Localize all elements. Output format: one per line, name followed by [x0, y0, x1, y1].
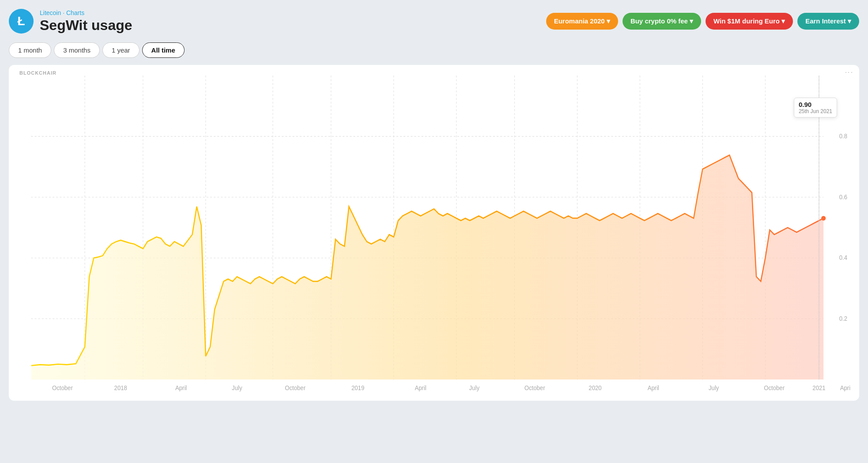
chart-area: October 2018 April July October 2019 Apr… [18, 76, 850, 394]
svg-text:2018: 2018 [114, 384, 127, 391]
svg-text:April: April [415, 384, 426, 391]
svg-text:October: October [52, 384, 73, 391]
filter-1year[interactable]: 1 year [102, 42, 140, 58]
svg-text:April: April [175, 384, 187, 391]
svg-text:October: October [285, 384, 306, 391]
chart-watermark: BLOCKCHAIR [19, 70, 57, 76]
filter-1month[interactable]: 1 month [9, 42, 51, 58]
chart-container: BLOCKCHAIR ⋮ [9, 65, 859, 401]
svg-text:0.6: 0.6 [839, 194, 847, 200]
coin-logo: Ł [9, 9, 34, 34]
svg-text:April: April [840, 384, 850, 391]
page-title: SegWit usage [40, 17, 132, 34]
filter-alltime[interactable]: All time [142, 42, 185, 58]
svg-text:2019: 2019 [351, 384, 364, 391]
win-1m-button[interactable]: Win $1M during Euro ▾ [706, 13, 793, 30]
tooltip-date: 25th Jun 2021 [799, 108, 832, 114]
filter-3months[interactable]: 3 months [54, 42, 100, 58]
breadcrumb-coin: Litecoin [40, 9, 61, 16]
svg-marker-18 [31, 155, 823, 380]
title-area: Litecoin · Charts SegWit usage [40, 9, 132, 34]
svg-text:0.2: 0.2 [839, 315, 847, 322]
chart-svg: October 2018 April July October 2019 Apr… [18, 76, 850, 394]
page-header: Ł Litecoin · Charts SegWit usage Euroman… [9, 9, 859, 34]
svg-text:April: April [648, 384, 659, 391]
nav-buttons: Euromania 2020 ▾ Buy crypto 0% fee ▾ Win… [546, 13, 859, 30]
buy-crypto-button[interactable]: Buy crypto 0% fee ▾ [623, 13, 701, 30]
earn-interest-button[interactable]: Earn Interest ▾ [797, 13, 859, 30]
svg-point-20 [821, 216, 826, 221]
svg-text:2021: 2021 [812, 384, 825, 391]
breadcrumb: Litecoin · Charts [40, 9, 132, 16]
svg-text:2020: 2020 [589, 384, 601, 391]
euromania-button[interactable]: Euromania 2020 ▾ [546, 13, 618, 30]
chart-tooltip: 0.90 25th Jun 2021 [794, 98, 837, 118]
time-filters: 1 month 3 months 1 year All time [9, 42, 859, 58]
svg-text:0.8: 0.8 [839, 133, 847, 140]
svg-text:October: October [764, 384, 785, 391]
svg-text:July: July [709, 384, 719, 391]
svg-text:July: July [469, 384, 480, 391]
breadcrumb-section: Charts [66, 9, 84, 16]
svg-text:0.4: 0.4 [839, 254, 848, 261]
svg-text:October: October [525, 384, 545, 391]
svg-text:July: July [232, 384, 242, 391]
logo-area: Ł Litecoin · Charts SegWit usage [9, 9, 132, 34]
tooltip-value: 0.90 [799, 101, 832, 108]
